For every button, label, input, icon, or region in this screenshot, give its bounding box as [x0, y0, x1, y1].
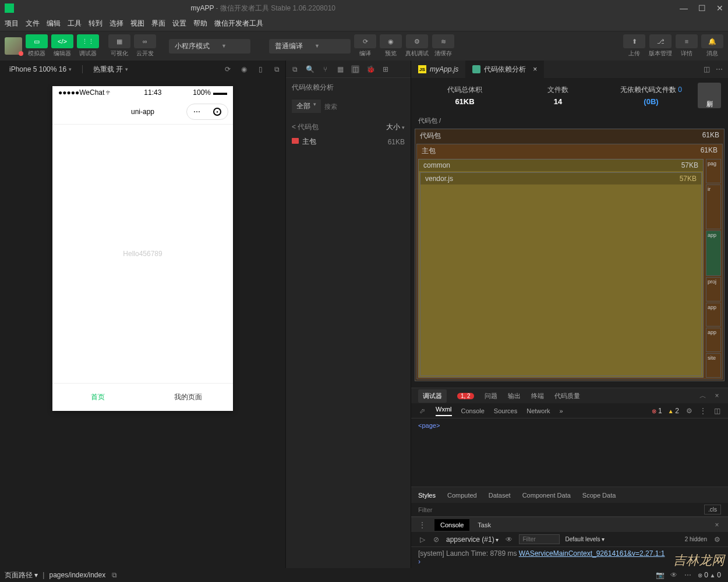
camera-icon[interactable]: 📷: [656, 571, 664, 579]
subtab-wxml[interactable]: Wxml: [436, 406, 452, 416]
menu-wechat-devtools[interactable]: 微信开发者工具: [214, 19, 263, 29]
back-link[interactable]: < 代码包: [292, 122, 319, 132]
branch-icon[interactable]: ⑂: [321, 65, 329, 73]
refresh-icon[interactable]: ⟳: [224, 65, 232, 73]
main-package-row[interactable]: 主包 61KB: [286, 134, 411, 149]
eye2-icon[interactable]: 👁: [670, 571, 678, 579]
subtab-console[interactable]: Console: [461, 407, 485, 414]
tab-myappjs[interactable]: JSmyApp.js: [411, 61, 465, 78]
styletab-computed[interactable]: Computed: [447, 492, 477, 499]
details-button[interactable]: ≡: [676, 34, 698, 48]
console-filter-input[interactable]: [519, 534, 560, 544]
minimize-icon[interactable]: —: [680, 3, 688, 13]
rotate-icon[interactable]: ⧉: [273, 65, 281, 73]
simulator-button[interactable]: ▭: [26, 34, 48, 48]
search-input[interactable]: [324, 103, 405, 110]
menu-file[interactable]: 文件: [26, 19, 40, 29]
warning-count[interactable]: ▲ 2: [668, 407, 679, 415]
menu-settings[interactable]: 设置: [172, 19, 186, 29]
debugger-button[interactable]: ⋮⋮: [77, 34, 99, 48]
mode-select[interactable]: 小程序模式▼: [169, 39, 250, 54]
subtab-network[interactable]: Network: [526, 407, 550, 414]
subtab-sources[interactable]: Sources: [494, 407, 517, 414]
analysis-icon[interactable]: ◫: [351, 65, 359, 73]
styles-filter-input[interactable]: [418, 506, 704, 513]
editor-button[interactable]: </>: [51, 34, 73, 48]
inspect-icon[interactable]: ⬀: [418, 407, 426, 415]
status-errwarn[interactable]: ⊗ 0 ▲ 0: [698, 571, 721, 579]
subtab-more[interactable]: »: [560, 407, 563, 414]
compile-button[interactable]: ⟳: [354, 34, 376, 48]
filter-select[interactable]: 全部▾: [292, 100, 321, 113]
visual-button[interactable]: ▦: [108, 34, 130, 48]
tm-chip-proj[interactable]: proj: [706, 277, 721, 301]
more-icon[interactable]: ⋯: [715, 65, 723, 73]
cls-toggle[interactable]: .cls: [704, 505, 721, 514]
message-button[interactable]: 🔔: [701, 34, 723, 48]
chevron-up-icon[interactable]: ︿: [699, 392, 707, 400]
device-icon[interactable]: ▯: [256, 65, 264, 73]
menu-interface[interactable]: 界面: [151, 19, 165, 29]
consoletab-console[interactable]: Console: [434, 519, 469, 531]
ext-icon[interactable]: ⊞: [381, 65, 390, 73]
copy-path-icon[interactable]: ⧉: [110, 571, 118, 579]
menu-help[interactable]: 帮助: [193, 19, 207, 29]
clearcache-button[interactable]: ≋: [432, 34, 454, 48]
refresh-button[interactable]: 刷新: [698, 83, 721, 108]
devtab-terminal[interactable]: 终端: [531, 392, 544, 400]
copy-icon[interactable]: ⧉: [291, 65, 299, 73]
grid-icon[interactable]: ▦: [336, 65, 344, 73]
devtab-debugger[interactable]: 调试器: [418, 389, 447, 403]
wxml-root[interactable]: <page>: [411, 418, 728, 432]
tm-chip-app[interactable]: app: [706, 230, 721, 276]
page-path[interactable]: pages/index/index: [44, 571, 110, 579]
hidden-count[interactable]: 2 hidden: [685, 536, 707, 542]
tab-home[interactable]: 首页: [52, 384, 143, 411]
consoletab-task[interactable]: Task: [478, 521, 491, 528]
breadcrumb[interactable]: 代码包 /: [415, 113, 725, 129]
tm-chip-app2[interactable]: app: [706, 303, 721, 327]
error-count[interactable]: ⊗ 1: [652, 407, 662, 415]
console-menu-icon[interactable]: ⋮: [418, 521, 426, 529]
cloud-button[interactable]: ∞: [134, 34, 156, 48]
styletab-compdata[interactable]: Component Data: [522, 492, 571, 499]
play-icon[interactable]: ▷: [418, 535, 426, 544]
menu-edit[interactable]: 编辑: [47, 19, 61, 29]
realdevice-button[interactable]: ⚙: [406, 34, 428, 48]
menu-goto[interactable]: 转到: [89, 19, 103, 29]
menu-view[interactable]: 视图: [130, 19, 144, 29]
gear-icon[interactable]: ⚙: [685, 407, 693, 415]
menu-project[interactable]: 项目: [5, 19, 19, 29]
tab-analysis[interactable]: 代码依赖分析×: [465, 61, 544, 78]
debug-icon[interactable]: 🐞: [366, 65, 374, 73]
devtab-output[interactable]: 输出: [508, 392, 521, 400]
eye-icon[interactable]: 👁: [505, 535, 513, 544]
dock-icon[interactable]: ◫: [713, 407, 721, 415]
tm-chip-site[interactable]: site: [706, 353, 721, 378]
styletab-scopedata[interactable]: Scope Data: [582, 492, 616, 499]
kebab-icon[interactable]: ⋮: [699, 407, 707, 415]
clear-icon[interactable]: ⊘: [432, 535, 440, 544]
tab-close-icon[interactable]: ×: [533, 65, 537, 73]
close-icon[interactable]: ✕: [716, 3, 723, 13]
tab-mine[interactable]: 我的页面: [143, 384, 233, 411]
context-select[interactable]: appservice (#1) ▾: [446, 535, 499, 544]
styletab-dataset[interactable]: Dataset: [489, 492, 511, 499]
tm-chip-ir[interactable]: ir: [706, 184, 721, 230]
menu-select[interactable]: 选择: [109, 19, 123, 29]
console-close-icon[interactable]: ×: [713, 521, 721, 529]
tm-chip-pages[interactable]: pag: [706, 159, 721, 183]
tm-chip-app3[interactable]: app: [706, 328, 721, 352]
levels-select[interactable]: Default levels ▾: [566, 536, 605, 542]
search-icon[interactable]: 🔍: [306, 65, 314, 73]
reload-select[interactable]: 热重载 开▾: [89, 65, 133, 74]
tm-common[interactable]: common57KB vendor.js57KB: [418, 159, 704, 378]
tm-vendor[interactable]: vendor.js57KB: [420, 172, 702, 376]
more2-icon[interactable]: ⋯: [684, 571, 692, 579]
devtab-issues[interactable]: 问题: [485, 392, 497, 400]
version-button[interactable]: ⎇: [649, 34, 672, 48]
devtab-quality[interactable]: 代码质量: [554, 392, 580, 400]
device-select[interactable]: iPhone 5 100% 16▾: [5, 65, 76, 73]
compile-select[interactable]: 普通编译▼: [269, 39, 351, 54]
maximize-icon[interactable]: ☐: [698, 3, 706, 13]
